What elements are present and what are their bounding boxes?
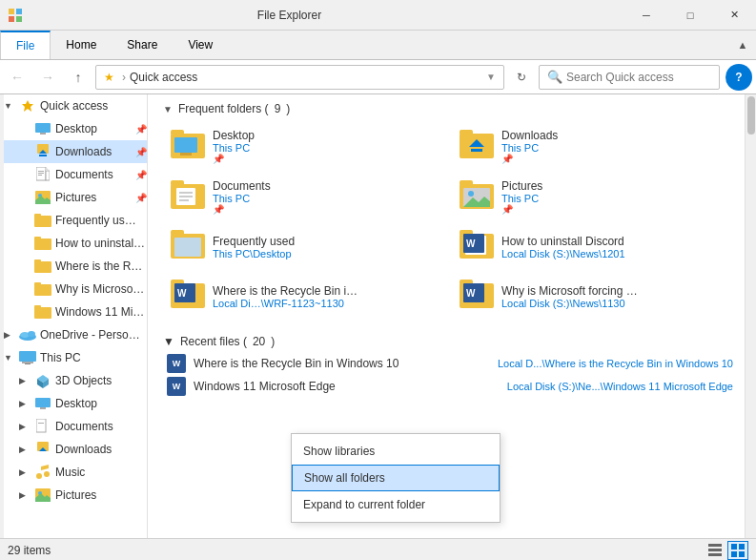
refresh-button[interactable]: ↻ — [508, 64, 535, 91]
pictures-icon2 — [34, 487, 51, 504]
search-input[interactable] — [566, 71, 711, 84]
sidebar-item-quick-access[interactable]: ▼ Quick access — [0, 94, 147, 117]
main-container: ▼ Quick access Desktop 📌 Downloads 📌 — [0, 94, 756, 538]
sidebar-item-desktop2[interactable]: ▶ Desktop — [0, 392, 147, 415]
content-area: ▼ Frequent folders (9) Deskto — [148, 94, 756, 538]
sidebar-label-quick-access: Quick access — [40, 99, 147, 113]
view-tiles-button[interactable] — [727, 541, 748, 560]
sidebar-item-pictures[interactable]: Pictures 📌 — [0, 186, 147, 209]
folder-item-where[interactable]: W Where is the Recycle Bin i… Local Di…\… — [163, 274, 448, 320]
svg-rect-85 — [708, 549, 722, 551]
pin-icon-downloads: 📌 — [135, 147, 147, 157]
view-buttons — [705, 541, 748, 560]
sidebar-item-onedrive[interactable]: ▶ OneDrive - Perso… — [0, 323, 147, 346]
svg-rect-3 — [16, 16, 22, 22]
folder-item-howto[interactable]: W How to uninstall Discord Local Disk (S… — [452, 224, 737, 270]
expand-icon-onedrive: ▶ — [4, 330, 19, 340]
folder-name-downloads: Downloads — [501, 129, 558, 142]
tab-file[interactable]: File — [0, 31, 51, 59]
recent-files-header[interactable]: ▼ Recent files (20) — [163, 335, 737, 348]
sidebar-item-desktop[interactable]: Desktop 📌 — [0, 117, 147, 140]
sidebar-item-documents2[interactable]: ▶ Documents — [0, 415, 147, 438]
folder-icon-documents — [171, 180, 205, 215]
svg-rect-60 — [179, 192, 193, 194]
frequent-folders-header[interactable]: ▼ Frequent folders (9) — [163, 102, 737, 115]
recent-files-label: Recent files ( — [180, 335, 247, 348]
context-menu-expand[interactable]: Expand to current folder — [292, 491, 500, 518]
svg-point-31 — [28, 331, 35, 337]
sidebar-item-pictures2[interactable]: ▶ Pictures — [0, 484, 147, 507]
svg-rect-0 — [9, 9, 14, 14]
sidebar: ▼ Quick access Desktop 📌 Downloads 📌 — [0, 94, 148, 538]
sidebar-label-thispc: This PC — [40, 351, 147, 364]
svg-text:W: W — [466, 239, 476, 249]
up-button[interactable]: ↑ — [65, 64, 92, 91]
svg-rect-54 — [460, 130, 473, 135]
search-box[interactable]: 🔍 — [539, 65, 720, 90]
sidebar-label-pictures: Pictures — [55, 191, 133, 204]
sidebar-item-frequently[interactable]: Frequently us… — [0, 209, 147, 232]
tab-home[interactable]: Home — [51, 31, 112, 59]
folder-item-downloads[interactable]: Downloads This PC 📌 — [452, 123, 737, 170]
folder-loc-why: Local Disk (S:)\News\1130 — [501, 298, 638, 309]
recent-item-2[interactable]: W Windows 11 Microsoft Edge Local Disk (… — [163, 375, 737, 398]
content-scrollbar[interactable] — [745, 94, 756, 538]
context-menu-show-libraries[interactable]: Show libraries — [292, 438, 500, 465]
svg-rect-87 — [731, 544, 737, 550]
3dobjects-icon — [34, 372, 51, 389]
sidebar-item-downloads2[interactable]: ▶ Downloads — [0, 438, 147, 461]
sidebar-item-why[interactable]: Why is Microsof… — [0, 278, 147, 301]
view-details-button[interactable] — [705, 541, 725, 560]
folder-info-frequently: Frequently used This PC\Desktop — [213, 235, 295, 259]
documents-icon — [34, 166, 51, 183]
tab-share[interactable]: Share — [112, 31, 173, 59]
sidebar-item-win11[interactable]: Windows 11 Mic… — [0, 301, 147, 323]
back-button[interactable]: ← — [4, 64, 31, 91]
address-path[interactable]: ★ › Quick access ▼ — [95, 65, 504, 90]
sidebar-item-music[interactable]: ▶ Music — [0, 461, 147, 484]
downloads-icon2 — [34, 441, 51, 458]
folder-item-documents[interactable]: Documents This PC 📌 — [163, 174, 448, 220]
sidebar-item-downloads[interactable]: Downloads 📌 — [0, 140, 147, 163]
svg-rect-61 — [179, 196, 193, 197]
window-title: File Explorer — [31, 9, 548, 22]
svg-rect-50 — [171, 130, 184, 135]
folder-item-frequently[interactable]: Frequently used This PC\Desktop — [163, 224, 448, 270]
path-separator: › — [122, 71, 126, 84]
minimize-button[interactable]: ─ — [624, 0, 668, 31]
tab-view[interactable]: View — [173, 31, 228, 59]
sidebar-item-documents[interactable]: Documents 📌 — [0, 163, 147, 186]
music-icon — [34, 464, 51, 481]
svg-rect-11 — [46, 171, 50, 180]
folder-icon-pictures — [460, 180, 494, 215]
recent-item-1[interactable]: W Where is the Recycle Bin in Windows 10… — [163, 352, 737, 375]
maximize-button[interactable]: □ — [668, 0, 712, 31]
forward-button[interactable]: → — [34, 64, 61, 91]
context-menu-show-folders[interactable]: Show all folders — [292, 465, 500, 491]
svg-rect-41 — [38, 423, 44, 424]
sidebar-item-3dobjects[interactable]: ▶ 3D Objects — [0, 369, 147, 392]
folder-item-why[interactable]: W Why is Microsoft forcing … Local Disk … — [452, 274, 737, 320]
folder-loc-pictures: This PC — [501, 193, 542, 204]
thispc-icon — [19, 349, 36, 366]
sidebar-item-howto[interactable]: How to uninstall… — [0, 232, 147, 255]
status-bar: 29 items — [0, 538, 756, 560]
folder-loc-desktop: This PC — [213, 142, 255, 154]
documents-icon2 — [34, 418, 51, 435]
svg-rect-33 — [22, 362, 33, 363]
sidebar-item-thispc[interactable]: ▼ This PC — [0, 346, 147, 369]
word-icon-1: W — [167, 354, 186, 373]
help-button[interactable]: ? — [725, 64, 752, 91]
svg-rect-22 — [34, 237, 41, 240]
folder-item-pictures[interactable]: Pictures This PC 📌 — [452, 174, 737, 220]
status-item-count: 29 items — [8, 544, 705, 557]
ribbon-expand-button[interactable]: ▲ — [729, 31, 756, 59]
folder-info-documents: Documents This PC 📌 — [213, 179, 271, 215]
pin-downloads: 📌 — [501, 154, 558, 164]
sidebar-item-where[interactable]: Where is the Rec… — [0, 255, 147, 278]
folder-item-desktop[interactable]: Desktop This PC 📌 — [163, 123, 448, 170]
close-button[interactable]: ✕ — [712, 0, 756, 31]
svg-rect-89 — [731, 551, 737, 557]
folder-name-why: Why is Microsoft forcing … — [501, 284, 638, 298]
quick-access-icon — [19, 97, 36, 114]
